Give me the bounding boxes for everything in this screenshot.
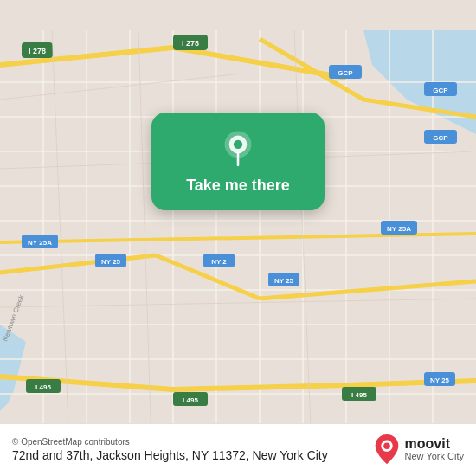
map-background: I 278 I 278 GCP GCP NY 25A NY 25A NY 25 … (0, 0, 476, 476)
take-me-there-label: Take me there (186, 177, 290, 195)
svg-text:NY 25: NY 25 (274, 277, 294, 285)
location-pin-icon (217, 128, 259, 170)
moovit-text-wrap: moovit New York City (405, 437, 464, 461)
svg-text:NY 25: NY 25 (430, 376, 450, 384)
svg-text:I 495: I 495 (183, 396, 198, 404)
moovit-pin-icon (373, 433, 401, 466)
map-container: I 278 I 278 GCP GCP NY 25A NY 25A NY 25 … (0, 0, 476, 476)
svg-text:I 278: I 278 (29, 47, 46, 55)
svg-text:GCP: GCP (433, 87, 448, 94)
svg-text:I 495: I 495 (351, 391, 367, 399)
svg-text:GCP: GCP (433, 134, 448, 142)
moovit-logo: moovit New York City (373, 433, 464, 466)
svg-point-76 (383, 442, 390, 449)
address-text: 72nd and 37th, Jackson Heights, NY 11372… (12, 448, 328, 462)
bottom-bar: © OpenStreetMap contributors 72nd and 37… (0, 423, 476, 476)
svg-text:NY 25: NY 25 (101, 258, 121, 266)
svg-text:I 495: I 495 (35, 383, 51, 391)
moovit-brand-name: moovit (405, 437, 464, 451)
svg-text:NY 2: NY 2 (211, 258, 227, 266)
osm-credit: © OpenStreetMap contributors (12, 437, 328, 447)
take-me-there-card[interactable]: Take me there (151, 113, 325, 210)
svg-text:NY 25A: NY 25A (387, 225, 411, 233)
svg-text:GCP: GCP (338, 69, 353, 77)
svg-point-74 (234, 140, 242, 149)
svg-text:I 278: I 278 (182, 39, 199, 48)
moovit-city: New York City (405, 451, 464, 461)
svg-text:NY 25A: NY 25A (28, 239, 52, 247)
bottom-left: © OpenStreetMap contributors 72nd and 37… (12, 437, 328, 462)
